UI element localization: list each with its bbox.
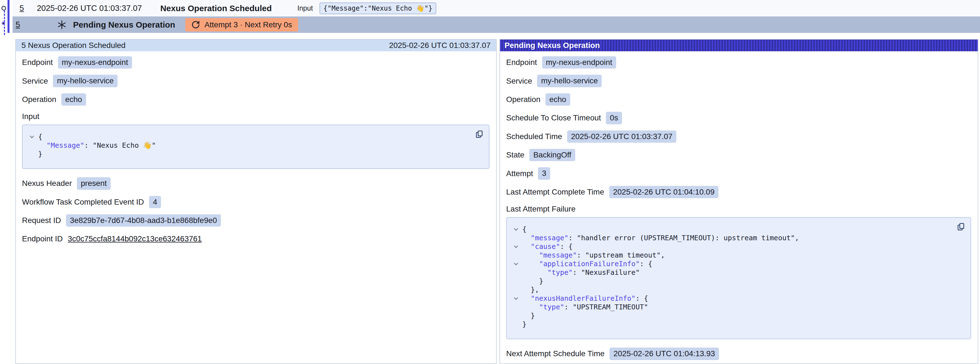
copy-button[interactable] [956,222,966,231]
json-line: "cause": { [509,242,947,251]
field-service: Service my-hello-service [22,75,490,87]
input-json-viewer: { "Message": "Nexus Echo 👋" } [22,125,490,169]
field-value-badge: present [77,177,111,190]
json-line: "message": "handler error (UPSTREAM_TIME… [509,233,947,242]
event-history-rows: 5 2025-02-26 UTC 01:03:37.07 Nexus Opera… [13,0,980,33]
left-panel-title: 5 Nexus Operation Scheduled [21,41,126,50]
failure-json-viewer: { "message": "handler error (UPSTREAM_TI… [506,217,971,339]
event-row-nexus-operation-scheduled[interactable]: 5 2025-02-26 UTC 01:03:37.07 Nexus Opera… [13,0,980,16]
field-attempt: Attempt 3 [506,167,971,179]
field-nexus-header: Nexus Header present [22,177,490,190]
retry-status-badge: Attempt 3 · Next Retry 0s [185,18,298,32]
json-line: { [509,225,947,233]
panel-nexus-operation-scheduled: 5 Nexus Operation Scheduled 2025-02-26 U… [15,39,497,364]
collapse-toggle[interactable] [509,242,522,251]
field-value-badge: echo [61,93,86,105]
event-title: Nexus Operation Scheduled [160,4,272,13]
json-line: } [25,150,466,158]
field-operation: Operation echo [22,93,490,105]
field-next-attempt-schedule-time: Next Attempt Schedule Time 2025-02-26 UT… [506,348,971,360]
field-scheduled-time: Scheduled Time 2025-02-26 UTC 01:03:37.0… [506,131,971,143]
field-request-id: Request ID 3e829b7e-7d67-4b08-aad3-b1e86… [22,214,490,227]
timeline-active-indicator-bar [8,0,10,33]
field-label: Request ID [22,216,61,225]
panel-pending-nexus-operation: Pending Nexus Operation Endpoint my-nexu… [500,39,978,364]
event-timestamp: 2025-02-26 UTC 01:03:37.07 [37,4,142,13]
json-line: "type": "NexusFailure" [509,268,947,277]
chevron-down-icon [514,295,518,300]
field-state: State BackingOff [506,149,971,161]
field-label: State [506,150,524,160]
left-panel-timestamp: 2025-02-26 UTC 01:03:37.07 [389,41,490,50]
collapse-toggle[interactable] [509,225,522,233]
field-value-badge: my-hello-service [537,75,602,87]
collapse-toggle[interactable] [509,259,522,268]
field-value-badge: 2025-02-26 UTC 01:03:37.07 [567,131,676,143]
field-endpoint: Endpoint my-nexus-endpoint [22,56,490,69]
field-label: Operation [22,95,56,104]
copy-pages-icon [956,222,966,231]
collapse-toggle[interactable] [509,294,522,303]
pending-event-title: Pending Nexus Operation [73,20,175,30]
event-detail-panels: 5 Nexus Operation Scheduled 2025-02-26 U… [15,39,978,364]
field-label: Endpoint ID [22,235,63,243]
pending-spinner-icon [57,20,67,30]
event-id-link[interactable]: 5 [19,4,24,13]
field-value-badge: 0s [606,112,622,124]
field-value-badge: 2025-02-26 UTC 01:04:10.09 [609,186,718,198]
field-value-badge: BackingOff [529,149,575,161]
right-panel-header: Pending Nexus Operation [500,40,978,51]
field-endpoint-id: Endpoint ID 3c0c75ccfa8144b092c13ce63246… [22,233,490,245]
field-label: Last Attempt Complete Time [506,188,604,196]
field-input-label: Input [22,112,490,121]
collapse-toggle[interactable] [25,133,38,141]
json-line: "Message": "Nexus Echo 👋" [25,141,466,150]
field-label: Service [506,77,532,86]
rotate-cw-icon [191,20,200,29]
field-schedule-to-close-timeout: Schedule To Close Timeout 0s [506,112,971,124]
timeline-connector-dashed-line [4,7,5,35]
field-value-badge: my-nexus-endpoint [58,56,132,69]
retry-badge-label: Attempt 3 · Next Retry 0s [204,20,292,29]
field-operation: Operation echo [506,93,971,105]
field-value-badge: 4 [149,196,161,208]
chevron-down-icon [514,226,518,231]
json-line: } [509,277,947,286]
json-line: }, [509,286,947,294]
field-label: Workflow Task Completed Event ID [22,198,144,206]
json-line: { [25,133,466,141]
chevron-down-icon [514,244,518,248]
field-service: Service my-hello-service [506,75,971,87]
timeline-marker-open-circle [2,6,6,11]
field-label: Operation [506,95,541,104]
copy-pages-icon [475,129,484,139]
field-label: Service [22,77,48,86]
event-id-link[interactable]: 5 [16,20,20,29]
field-label: Schedule To Close Timeout [506,113,601,122]
field-value-badge: echo [546,93,570,105]
json-line: } [509,311,947,320]
field-label: Next Attempt Schedule Time [506,349,605,358]
field-label: Endpoint [22,58,53,67]
json-line: "nexusHandlerFailureInfo": { [509,294,947,303]
json-line: "applicationFailureInfo": { [509,259,947,268]
field-last-attempt-failure-label: Last Attempt Failure [506,204,971,214]
field-label: Attempt [506,169,533,178]
json-line: "message": "upstream timeout", [509,251,947,259]
field-value-badge: 3 [538,167,550,179]
json-line: "type": "UPSTREAM_TIMEOUT" [509,303,947,311]
field-label: Scheduled Time [506,132,562,141]
field-value-badge: 2025-02-26 UTC 01:04:13.93 [609,348,719,360]
left-panel-header: 5 Nexus Operation Scheduled 2025-02-26 U… [16,40,496,51]
field-workflow-task-completed-event-id: Workflow Task Completed Event ID 4 [22,196,490,208]
chevron-down-icon [30,134,34,138]
input-label: Input [298,4,313,12]
endpoint-id-link[interactable]: 3c0c75ccfa8144b092c13ce632463761 [68,235,202,243]
event-row-pending-nexus-operation[interactable]: 5 Pending Nexus Operation Attempt 3 · Ne… [13,16,980,33]
copy-button[interactable] [475,129,484,139]
field-value-badge: my-nexus-endpoint [542,56,616,69]
timeline-marker-filled-circle [2,21,5,25]
right-panel-content: Endpoint my-nexus-endpoint Service my-he… [500,51,978,364]
right-panel-title: Pending Nexus Operation [504,41,600,50]
field-last-attempt-complete-time: Last Attempt Complete Time 2025-02-26 UT… [506,186,971,198]
